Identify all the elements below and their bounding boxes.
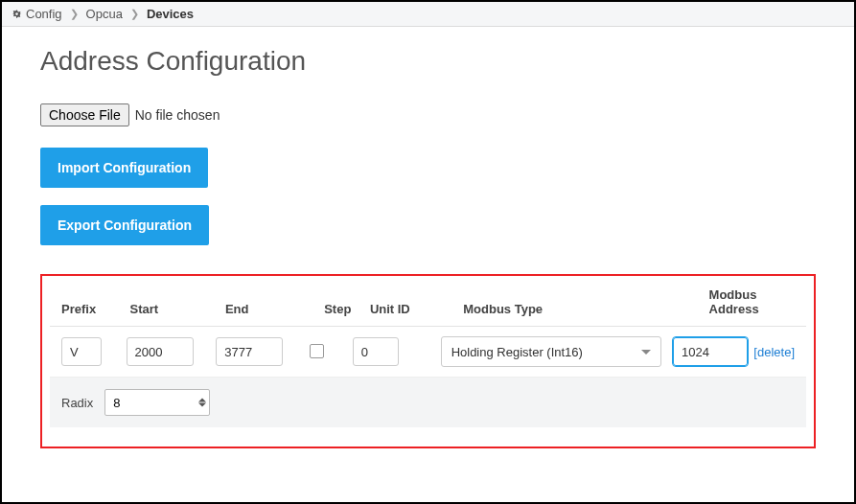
file-status-label: No file chosen — [135, 107, 220, 123]
export-config-button[interactable]: Export Configuration — [40, 205, 209, 245]
delete-link[interactable]: [delete] — [753, 345, 795, 359]
import-config-button[interactable]: Import Configuration — [40, 148, 208, 188]
breadcrumb-opcua[interactable]: Opcua — [86, 7, 123, 21]
table-header-row: Prefix Start End Step Unit ID Modbus Typ… — [50, 282, 806, 327]
stepper-down-icon — [198, 403, 206, 407]
chevron-right-icon: ❯ — [70, 8, 79, 20]
address-config-panel: Prefix Start End Step Unit ID Modbus Typ… — [40, 274, 816, 448]
radix-row: Radix — [50, 378, 806, 427]
start-input[interactable] — [127, 337, 194, 366]
end-input[interactable] — [216, 337, 283, 366]
modbus-address-input[interactable] — [673, 337, 748, 366]
chevron-down-icon — [641, 350, 651, 355]
gear-icon — [12, 9, 22, 19]
radix-input[interactable] — [104, 389, 210, 416]
breadcrumb-current: Devices — [147, 7, 194, 21]
table-row: Holding Register (Int16) [delete] — [50, 327, 806, 378]
header-step: Step — [324, 302, 370, 316]
modbus-type-select[interactable]: Holding Register (Int16) — [441, 336, 661, 367]
header-unit-id: Unit ID — [370, 302, 463, 316]
step-checkbox[interactable] — [310, 344, 324, 358]
header-prefix: Prefix — [61, 302, 130, 316]
modbus-type-value: Holding Register (Int16) — [451, 345, 583, 359]
page-title: Address Configuration — [40, 46, 816, 77]
file-chooser-row: Choose File No file chosen — [40, 103, 816, 126]
chevron-right-icon: ❯ — [130, 8, 139, 20]
prefix-input[interactable] — [61, 337, 102, 366]
breadcrumb-config[interactable]: Config — [26, 7, 62, 21]
radix-stepper[interactable] — [198, 399, 206, 407]
unit-id-input[interactable] — [353, 337, 399, 366]
header-modbus-address: Modbus Address — [702, 287, 795, 316]
choose-file-button[interactable]: Choose File — [40, 103, 129, 126]
header-modbus-type: Modbus Type — [463, 302, 701, 316]
header-start: Start — [130, 302, 225, 316]
stepper-up-icon — [198, 399, 206, 402]
header-end: End — [225, 302, 324, 316]
radix-label: Radix — [61, 396, 93, 410]
breadcrumb: Config ❯ Opcua ❯ Devices — [2, 2, 854, 27]
